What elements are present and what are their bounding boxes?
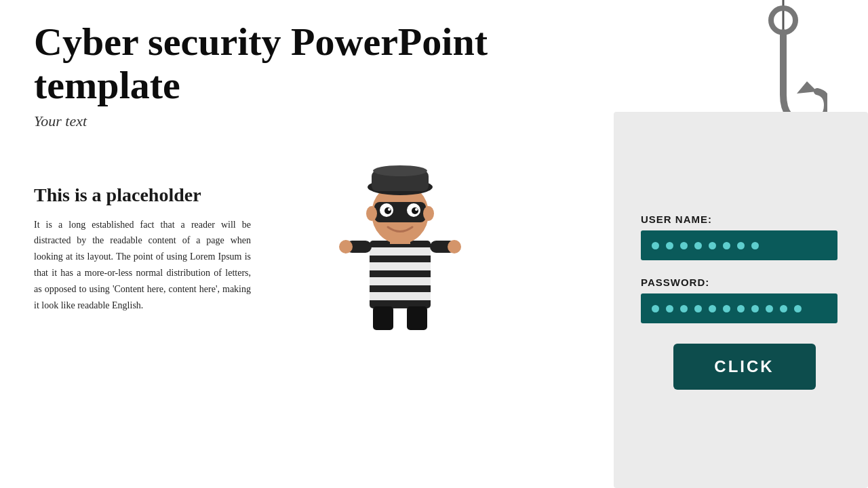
- pdot-11: [794, 305, 802, 312]
- page-title: Cyber security PowerPoint template: [34, 20, 536, 107]
- dot-2: [666, 242, 673, 249]
- svg-rect-5: [370, 247, 431, 256]
- svg-point-13: [373, 165, 427, 176]
- dot-7: [737, 242, 745, 249]
- svg-rect-7: [370, 277, 431, 285]
- dot-6: [723, 242, 730, 249]
- svg-point-18: [412, 207, 418, 214]
- pdot-1: [652, 305, 659, 312]
- pdot-7: [737, 305, 745, 312]
- svg-point-19: [388, 208, 391, 211]
- pdot-2: [666, 305, 673, 312]
- svg-rect-28: [407, 306, 427, 330]
- svg-point-21: [366, 206, 377, 221]
- click-button-label: CLICK: [714, 357, 774, 376]
- left-section: Cyber security PowerPoint template Your …: [0, 0, 570, 488]
- pdot-9: [766, 305, 773, 312]
- svg-rect-8: [370, 292, 431, 300]
- svg-point-22: [423, 206, 434, 221]
- dot-5: [709, 242, 716, 249]
- username-label: USER NAME:: [641, 214, 848, 225]
- thief-character: [332, 122, 468, 332]
- login-form: USER NAME: PASSWORD:: [641, 214, 848, 390]
- dot-4: [694, 242, 702, 249]
- svg-point-20: [415, 208, 418, 211]
- password-input-bar[interactable]: [641, 293, 837, 323]
- svg-marker-2: [797, 81, 817, 94]
- pdot-8: [751, 305, 759, 312]
- pdot-5: [709, 305, 716, 312]
- pdot-3: [680, 305, 688, 312]
- pdot-6: [723, 305, 730, 312]
- svg-point-25: [339, 240, 353, 253]
- password-label: PASSWORD:: [641, 277, 848, 288]
- username-input-bar[interactable]: [641, 230, 837, 260]
- svg-point-26: [448, 240, 461, 253]
- body-text: It is a long established fact that a rea…: [34, 217, 251, 314]
- svg-point-17: [384, 207, 391, 214]
- svg-rect-27: [373, 306, 393, 330]
- pdot-4: [694, 305, 702, 312]
- dot-1: [652, 242, 659, 249]
- right-panel: USER NAME: PASSWORD:: [614, 112, 868, 488]
- dot-8: [751, 242, 759, 249]
- pdot-10: [780, 305, 787, 312]
- dot-3: [680, 242, 688, 249]
- click-button[interactable]: CLICK: [673, 344, 816, 390]
- svg-rect-6: [370, 262, 431, 270]
